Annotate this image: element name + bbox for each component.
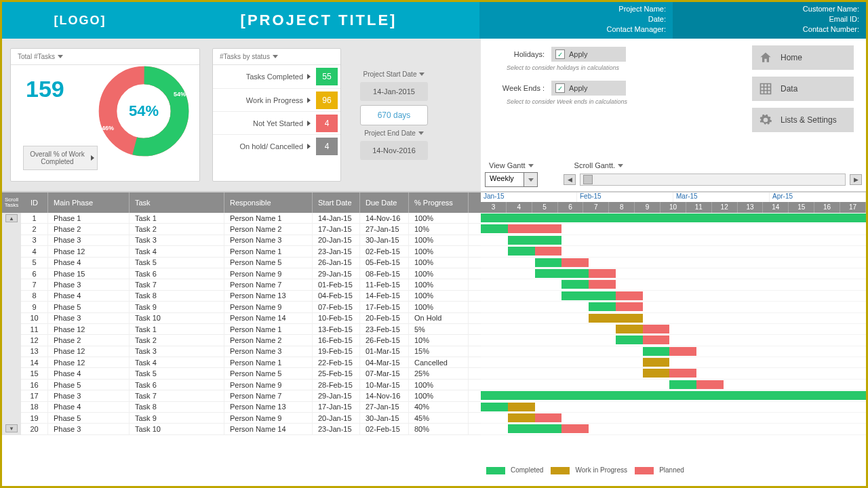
table-row[interactable]: 11Phase 12Task 1 Person Name 113-Feb-152… [21, 324, 481, 335]
table-row[interactable]: 8Phase 4Task 8 Person Name 1304-Feb-1514… [21, 291, 481, 302]
scroll-gantt-label[interactable]: Scroll Gantt. [574, 161, 624, 169]
table-row[interactable]: 19Phase 5Task 9 Person Name 920-Jan-1530… [21, 413, 481, 424]
nav-data-button[interactable]: Data [752, 77, 854, 101]
gantt-week: 5 [532, 202, 558, 213]
gantt-bar[interactable] [616, 325, 643, 333]
gantt-bar[interactable] [481, 403, 508, 411]
view-gantt-select[interactable]: Weekly [485, 172, 538, 187]
gantt-bar[interactable] [508, 224, 562, 233]
gantt-week: 10 [660, 202, 686, 213]
gantt-bar[interactable] [589, 269, 616, 278]
overall-percent-label[interactable]: Overall % of Work Completed [23, 146, 98, 170]
table-row[interactable]: 10Phase 3Task 10 Person Name 1410-Feb-15… [21, 313, 481, 324]
status-card-header[interactable]: #Tasks by status [213, 49, 340, 65]
gantt-bar[interactable] [508, 413, 535, 422]
gantt-bar[interactable] [508, 236, 562, 245]
start-date-label[interactable]: Project Start Date [363, 70, 425, 78]
project-dates: Project Start Date 14-Jan-2015 670 days … [353, 48, 435, 182]
gantt-bar[interactable] [589, 280, 616, 289]
gantt-week: 13 [738, 202, 764, 213]
gantt-bar[interactable] [535, 247, 562, 256]
select-dropdown-button[interactable] [524, 173, 537, 186]
gantt-bar[interactable] [481, 224, 508, 233]
table-row[interactable]: 14Phase 12Task 4 Person Name 122-Feb-150… [21, 357, 481, 368]
total-tasks-header[interactable]: Total #Tasks [11, 49, 199, 65]
gantt-bar[interactable] [616, 302, 643, 311]
status-row[interactable]: Not Yet Started 4 [213, 111, 340, 134]
gantt-bar[interactable] [481, 391, 866, 400]
status-row[interactable]: On hold/ Cancelled 4 [213, 134, 340, 157]
table-row[interactable]: 18Phase 4Task 8 Person Name 1317-Jan-152… [21, 402, 481, 413]
gantt-bar[interactable] [643, 336, 670, 344]
grid-icon [759, 82, 772, 96]
status-row[interactable]: Work in Progress 96 [213, 88, 340, 111]
table-row[interactable]: 20Phase 3Task 10 Person Name 1423-Jan-15… [21, 424, 481, 434]
gantt-bar[interactable] [561, 280, 589, 289]
scroll-left-button[interactable]: ◀ [564, 174, 576, 185]
gantt-row [481, 268, 866, 279]
table-row[interactable]: 15Phase 4Task 5 Person Name 525-Feb-1507… [21, 368, 481, 379]
scroll-right-button[interactable]: ▶ [850, 174, 862, 185]
nav-lists-settings-button[interactable]: Lists & Settings [752, 108, 854, 132]
gantt-bar[interactable] [589, 314, 643, 323]
gantt-bar[interactable] [561, 258, 589, 267]
table-row[interactable]: 16Phase 5Task 6 Person Name 928-Feb-1510… [21, 380, 481, 390]
gantt-bar[interactable] [561, 424, 589, 433]
status-count: 4 [316, 115, 338, 132]
gantt-bar[interactable] [669, 369, 696, 378]
gantt-bar[interactable] [696, 380, 724, 389]
gantt-bar[interactable] [481, 214, 866, 222]
gantt-bar[interactable] [535, 269, 589, 278]
col-id[interactable]: ID [21, 192, 48, 213]
checkbox-icon[interactable]: ✓ [555, 83, 565, 93]
end-date-label[interactable]: Project End Date [364, 129, 424, 137]
col-due[interactable]: Due Date [360, 192, 409, 213]
gantt-bar[interactable] [643, 358, 670, 367]
gantt-bar[interactable] [669, 380, 696, 389]
table-row[interactable]: 1Phase 1Task 1 Person Name 114-Jan-1514-… [21, 213, 481, 224]
table-row[interactable]: 5Phase 4Task 5 Person Name 526-Jan-1505-… [21, 258, 481, 268]
gantt-bar[interactable] [561, 291, 616, 300]
gantt-scrollbar[interactable] [580, 174, 846, 186]
gantt-bar[interactable] [535, 413, 562, 422]
table-row[interactable]: 13Phase 12Task 3 Person Name 319-Feb-150… [21, 346, 481, 357]
gantt-controls: View Gantt Scroll Gantt. Weekly ◀ ▶ [485, 161, 862, 187]
scroll-tasks-up[interactable]: ▲ [5, 214, 18, 222]
gantt-bar[interactable] [643, 325, 670, 333]
table-row[interactable]: 3Phase 3Task 3 Person Name 320-Jan-1530-… [21, 235, 481, 246]
status-row[interactable]: Tasks Completed 55 [213, 65, 340, 88]
table-row[interactable]: 4Phase 12Task 4 Person Name 123-Jan-1502… [21, 246, 481, 257]
gantt-bar[interactable] [589, 302, 616, 311]
checkbox-icon[interactable]: ✓ [555, 49, 565, 59]
gantt-row [481, 291, 866, 302]
col-resp[interactable]: Responsible [224, 192, 313, 213]
col-start[interactable]: Start Date [313, 192, 360, 213]
table-row[interactable]: 7Phase 3Task 7 Person Name 701-Feb-1511-… [21, 279, 481, 290]
col-phase[interactable]: Main Phase [48, 192, 130, 213]
gantt-bar[interactable] [616, 291, 643, 300]
gantt-bar[interactable] [508, 247, 535, 256]
gantt-row [481, 258, 866, 268]
scroll-thumb[interactable] [583, 175, 593, 184]
nav-home-button[interactable]: Home [752, 45, 854, 70]
gantt-row [481, 224, 866, 235]
total-tasks-card: Total #Tasks 159 Overall % of Work Compl… [10, 48, 200, 182]
table-row[interactable]: 2Phase 2Task 2 Person Name 217-Jan-1527-… [21, 224, 481, 235]
col-task[interactable]: Task [130, 192, 224, 213]
scroll-tasks-down[interactable]: ▼ [5, 424, 18, 432]
gantt-bar[interactable] [535, 258, 562, 267]
holidays-apply-button[interactable]: ✓ Apply [551, 47, 626, 62]
gantt-bar[interactable] [669, 347, 696, 356]
gantt-bar[interactable] [508, 424, 562, 433]
weekends-apply-button[interactable]: ✓ Apply [551, 81, 626, 96]
table-row[interactable]: 12Phase 2Task 2 Person Name 216-Feb-1526… [21, 335, 481, 346]
col-prog[interactable]: % Progress [409, 192, 469, 213]
gantt-bar[interactable] [508, 403, 535, 411]
gantt-bar[interactable] [616, 336, 643, 344]
table-row[interactable]: 9Phase 5Task 9 Person Name 907-Feb-1517-… [21, 302, 481, 312]
view-gantt-label[interactable]: View Gantt [489, 161, 534, 169]
gantt-bar[interactable] [643, 347, 670, 356]
table-row[interactable]: 6Phase 15Task 6 Person Name 929-Jan-1508… [21, 268, 481, 279]
gantt-bar[interactable] [643, 369, 670, 378]
table-row[interactable]: 17Phase 3Task 7 Person Name 729-Jan-1514… [21, 390, 481, 401]
